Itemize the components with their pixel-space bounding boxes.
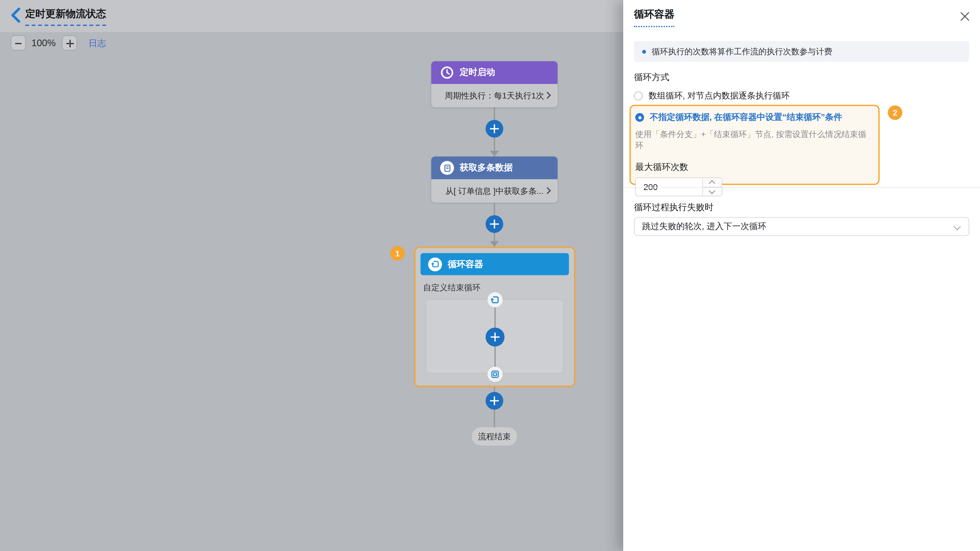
minus-icon xyxy=(15,43,21,44)
chevron-right-icon xyxy=(544,92,551,99)
loop-end-icon xyxy=(487,367,503,382)
back-chevron-icon xyxy=(9,7,23,23)
page-title[interactable]: 定时更新物流状态 xyxy=(25,8,106,26)
plus-icon xyxy=(66,43,74,44)
panel-title: 循环容器 xyxy=(634,8,674,27)
chevron-down-icon xyxy=(709,188,715,194)
radio-label: 不指定循环数据, 在循环容器中设置“结束循环”条件 xyxy=(650,112,842,123)
annotation-badge-1: 1 xyxy=(390,246,405,261)
chevron-down-icon xyxy=(954,223,961,230)
workflow-editor: 定时更新物流状态 100% 日志 定时启动 周期性执行：每1天执行1次 xyxy=(0,0,980,551)
loop-inner-flow xyxy=(426,299,564,374)
billing-info-banner: 循环执行的次数将算作工作流的执行次数参与计费 xyxy=(634,41,969,62)
zoom-out-button[interactable] xyxy=(11,35,26,51)
document-icon xyxy=(440,161,454,175)
loop-start-icon xyxy=(487,292,503,307)
node-fetch-header: 获取多条数据 xyxy=(431,157,558,179)
banner-text: 循环执行的次数将算作工作流的执行次数参与计费 xyxy=(652,46,832,57)
chevron-right-icon xyxy=(544,187,551,194)
loop-settings-panel: 循环容器 循环执行的次数将算作工作流的执行次数参与计费 循环方式 数组循环, 对… xyxy=(623,0,980,551)
loop-body-label: 自定义结束循环 xyxy=(423,282,569,294)
loop-mode-label: 循环方式 xyxy=(634,72,670,83)
add-node-button[interactable] xyxy=(486,327,504,346)
select-value: 跳过失败的轮次, 进入下一次循环 xyxy=(642,221,766,232)
arrow-down-icon xyxy=(490,241,499,247)
chevron-up-icon xyxy=(709,180,715,186)
number-spinner xyxy=(702,178,722,196)
add-node-button[interactable] xyxy=(486,215,503,233)
max-loop-label: 最大循环次数 xyxy=(635,162,872,173)
arrow-down-icon xyxy=(490,151,499,156)
radio-unchecked-icon[interactable] xyxy=(634,92,643,100)
node-timer-config-row[interactable]: 周期性执行：每1天执行1次 xyxy=(431,84,558,107)
node-title: 定时启动 xyxy=(460,67,495,78)
node-timer-header: 定时启动 xyxy=(431,61,558,84)
node-subtitle: 从[ 订单信息 ]中获取多条... xyxy=(445,185,543,197)
radio-option-custom-loop[interactable]: 不指定循环数据, 在循环容器中设置“结束循环”条件 xyxy=(635,112,872,123)
node-subtitle: 周期性执行：每1天执行1次 xyxy=(445,90,544,102)
fail-behavior-label: 循环过程执行失败时 xyxy=(634,202,714,213)
zoom-level: 100% xyxy=(30,35,57,51)
log-link[interactable]: 日志 xyxy=(88,38,106,49)
annotation-badge-2: 2 xyxy=(888,105,902,120)
spinner-up-button[interactable] xyxy=(703,178,722,187)
node-title: 获取多条数据 xyxy=(460,162,513,174)
node-fetch-data[interactable]: 获取多条数据 从[ 订单信息 ]中获取多条... xyxy=(431,157,558,203)
close-icon xyxy=(959,11,970,22)
radio-label: 数组循环, 对节点内数据逐条执行循环 xyxy=(649,90,790,102)
node-title: 循环容器 xyxy=(448,259,483,270)
add-node-button[interactable] xyxy=(486,120,503,138)
add-node-button[interactable] xyxy=(486,392,503,410)
loop-icon xyxy=(428,257,442,271)
section-divider xyxy=(623,187,980,188)
custom-loop-description: 使用「条件分支」+「结束循环」节点, 按需设置什么情况结束循环 xyxy=(635,129,872,151)
node-loop-container[interactable]: 循环容器 自定义结束循环 xyxy=(414,247,575,387)
process-end-pill: 流程结束 xyxy=(472,427,517,446)
spinner-down-button[interactable] xyxy=(703,187,722,196)
zoom-in-button[interactable] xyxy=(62,35,77,51)
custom-loop-option-block: 不指定循环数据, 在循环容器中设置“结束循环”条件 使用「条件分支」+「结束循环… xyxy=(630,105,880,185)
node-fetch-config-row[interactable]: 从[ 订单信息 ]中获取多条... xyxy=(431,179,558,203)
max-loop-input-group xyxy=(635,177,722,196)
radio-option-array-loop[interactable]: 数组循环, 对节点内数据逐条执行循环 xyxy=(634,90,790,102)
radio-checked-icon[interactable] xyxy=(635,113,644,122)
node-timer-start[interactable]: 定时启动 周期性执行：每1天执行1次 xyxy=(431,61,558,107)
bullet-dot-icon xyxy=(642,49,646,53)
back-button[interactable] xyxy=(9,7,23,23)
loop-container-header: 循环容器 xyxy=(421,253,569,275)
close-button[interactable] xyxy=(959,11,970,22)
fail-behavior-select[interactable]: 跳过失败的轮次, 进入下一次循环 xyxy=(634,217,969,236)
clock-icon xyxy=(440,65,454,79)
